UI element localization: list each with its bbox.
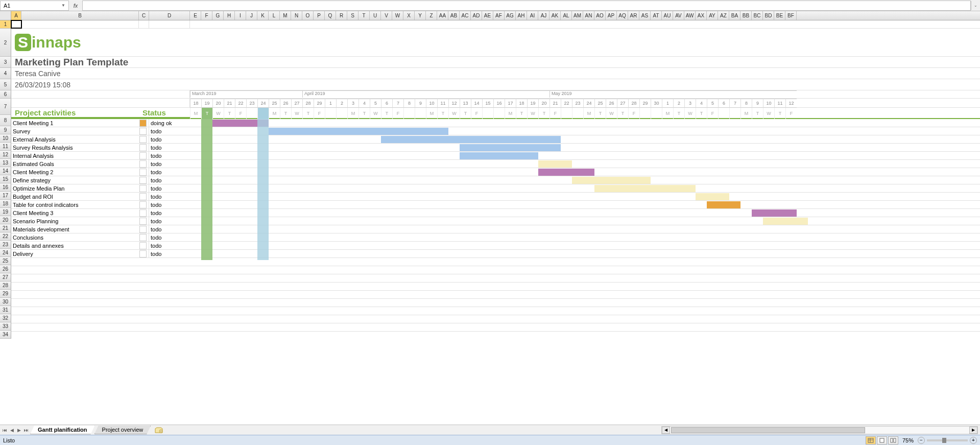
cell[interactable] [21, 20, 139, 28]
column-header[interactable]: AL [561, 11, 572, 20]
name-box[interactable]: A1 ▼ [0, 1, 69, 11]
activity-status[interactable]: doing ok [149, 119, 190, 127]
row-header[interactable]: 26 [0, 265, 11, 273]
column-header[interactable]: V [381, 11, 392, 20]
cell[interactable] [139, 184, 149, 192]
row-header[interactable]: 30 [0, 298, 11, 306]
activity-name[interactable]: Materials development [11, 225, 139, 233]
zoom-slider-thumb[interactable] [942, 438, 946, 443]
cell[interactable]: Status [139, 108, 190, 118]
activity-name[interactable]: Define strategy [11, 176, 139, 184]
gantt-bar[interactable] [594, 185, 696, 192]
scroll-left-button[interactable]: ◀ [662, 427, 670, 434]
selected-cell[interactable] [11, 20, 21, 28]
column-header[interactable]: X [403, 11, 415, 20]
scroll-thumb[interactable] [671, 427, 865, 433]
activity-name[interactable]: Survey [11, 127, 139, 135]
activity-status[interactable]: todo [149, 176, 190, 184]
row-header[interactable]: 12 [0, 151, 11, 159]
activity-name[interactable]: Client Meeting 1 [11, 119, 139, 127]
activity-status[interactable]: todo [149, 144, 190, 151]
cell[interactable] [139, 144, 149, 151]
gantt-bar[interactable] [752, 209, 797, 217]
activity-name[interactable]: Table for control indicators [11, 201, 139, 208]
row-header[interactable]: 25 [0, 257, 11, 265]
cell[interactable]: Project activities [11, 108, 139, 118]
cell[interactable] [11, 90, 190, 98]
row-header[interactable]: 32 [0, 314, 11, 322]
row-header[interactable]: 4 [0, 68, 11, 79]
activity-status[interactable]: todo [149, 225, 190, 233]
column-header[interactable]: AY [707, 11, 718, 20]
row-header[interactable]: 33 [0, 322, 11, 331]
gantt-bar[interactable] [763, 218, 808, 225]
row-header[interactable]: 8 [0, 115, 11, 126]
column-header[interactable]: AS [639, 11, 651, 20]
row-header[interactable]: 15 [0, 175, 11, 183]
gantt-bar[interactable] [572, 177, 651, 184]
column-header[interactable]: AV [673, 11, 684, 20]
column-header[interactable]: A [11, 11, 21, 20]
name-box-dropdown-icon[interactable]: ▼ [61, 3, 65, 8]
column-header[interactable]: AT [651, 11, 662, 20]
activity-status[interactable]: todo [149, 184, 190, 192]
column-header[interactable]: Q [325, 11, 336, 20]
cell[interactable] [139, 135, 149, 143]
formula-input[interactable] [82, 1, 971, 11]
activity-name[interactable]: Delivery [11, 250, 139, 257]
tab-nav-button[interactable]: ▶ [15, 426, 22, 434]
page-layout-view-button[interactable] [877, 436, 887, 444]
cell[interactable] [139, 152, 149, 159]
column-header[interactable]: H [224, 11, 235, 20]
column-header[interactable]: AU [662, 11, 673, 20]
column-header[interactable]: F [201, 11, 212, 20]
cells-area[interactable]: SinnapsMarketing Plan TemplateTeresa Can… [11, 20, 980, 339]
activity-status[interactable]: todo [149, 217, 190, 225]
cell[interactable] [139, 119, 149, 127]
row-header[interactable]: 20 [0, 216, 11, 224]
column-header[interactable]: AC [460, 11, 471, 20]
zoom-in-button[interactable]: + [970, 437, 977, 444]
gantt-bar[interactable] [707, 201, 740, 208]
column-header[interactable]: I [235, 11, 246, 20]
column-header[interactable]: Z [426, 11, 437, 20]
row-header[interactable]: 10 [0, 134, 11, 143]
activity-name[interactable]: Optimize Media Plan [11, 184, 139, 192]
activity-name[interactable]: Conclusions [11, 233, 139, 241]
column-header[interactable]: AO [594, 11, 606, 20]
row-header[interactable]: 29 [0, 290, 11, 298]
activity-status[interactable]: todo [149, 127, 190, 135]
column-header[interactable]: P [314, 11, 325, 20]
zoom-out-button[interactable]: − [918, 437, 925, 444]
cell[interactable]: 26/03/2019 15:08 [11, 79, 190, 90]
new-sheet-button[interactable] [153, 426, 165, 434]
column-header[interactable]: E [190, 11, 201, 20]
column-header[interactable]: AI [527, 11, 538, 20]
cell[interactable] [139, 233, 149, 241]
column-header[interactable]: O [302, 11, 314, 20]
cell[interactable] [11, 99, 190, 107]
column-header[interactable]: AG [505, 11, 516, 20]
activity-status[interactable]: todo [149, 209, 190, 217]
row-header[interactable]: 21 [0, 224, 11, 232]
gantt-bar[interactable] [381, 136, 561, 143]
activity-status[interactable]: todo [149, 168, 190, 176]
column-header[interactable]: AR [628, 11, 639, 20]
column-header[interactable]: AE [482, 11, 493, 20]
row-header[interactable]: 14 [0, 167, 11, 175]
activity-status[interactable]: todo [149, 193, 190, 200]
column-header[interactable]: AK [549, 11, 561, 20]
cell[interactable] [139, 209, 149, 217]
row-header[interactable]: 34 [0, 331, 11, 339]
select-all-corner[interactable] [0, 11, 11, 20]
cell[interactable]: Sinnaps [11, 29, 190, 56]
row-header[interactable]: 11 [0, 143, 11, 151]
row-header[interactable]: 5 [0, 79, 11, 90]
column-header[interactable]: C [139, 11, 149, 20]
activity-name[interactable]: Internal Analysis [11, 152, 139, 159]
gantt-bar[interactable] [696, 193, 729, 200]
row-header[interactable]: 9 [0, 126, 11, 134]
row-header[interactable]: 3 [0, 57, 11, 68]
column-header[interactable]: G [212, 11, 224, 20]
cell[interactable] [139, 127, 149, 135]
